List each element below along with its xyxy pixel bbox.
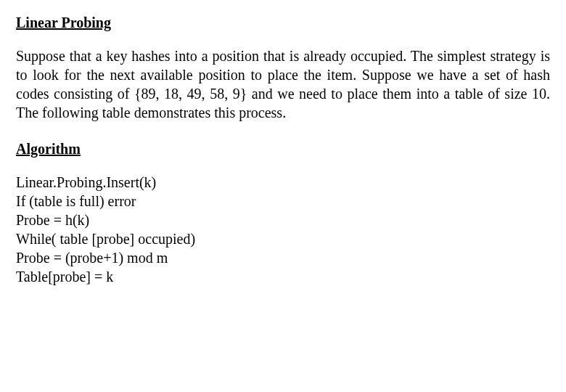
algorithm-code: Linear.Probing.Insert(k) If (table is fu… — [16, 173, 550, 286]
code-line: While( table [probe] occupied) — [16, 229, 550, 248]
heading-algorithm: Algorithm — [16, 139, 550, 158]
intro-paragraph: Suppose that a key hashes into a positio… — [16, 46, 550, 122]
code-line: Probe = (probe+1) mod m — [16, 248, 550, 267]
code-line: Linear.Probing.Insert(k) — [16, 173, 550, 192]
code-line: If (table is full) error — [16, 192, 550, 211]
code-line: Table[probe] = k — [16, 267, 550, 286]
code-line: Probe = h(k) — [16, 211, 550, 229]
heading-linear-probing: Linear Probing — [16, 13, 550, 32]
